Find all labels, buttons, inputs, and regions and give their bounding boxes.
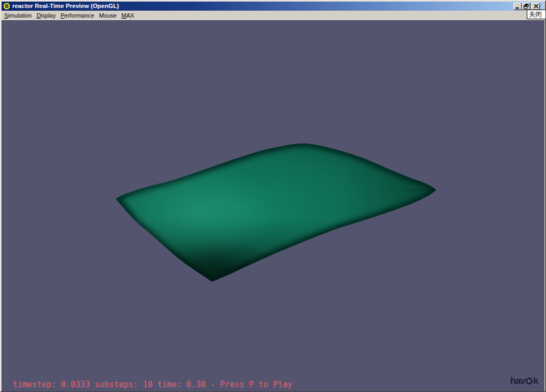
simulation-status-text: timestep: 0.0333 substeps: 10 time: 0.30… (13, 380, 292, 389)
minimize-icon (515, 4, 520, 9)
menu-display[interactable]: Display (36, 11, 58, 20)
reactor-preview-window: reactor Real-Time Preview (OpenGL) (0, 0, 546, 392)
menu-max[interactable]: MAX (121, 11, 136, 20)
menu-simulation[interactable]: Simulation (4, 11, 34, 20)
havok-logo: havk (510, 377, 540, 387)
menu-performance[interactable]: Performance (60, 11, 96, 20)
opengl-viewport[interactable]: timestep: 0.0333 substeps: 10 time: 0.30… (2, 20, 544, 391)
restore-button[interactable] (522, 3, 531, 10)
close-icon (534, 4, 539, 9)
window-title: reactor Real-Time Preview (OpenGL) (12, 2, 513, 11)
restore-icon (524, 4, 529, 9)
window-controls (513, 3, 540, 10)
minimize-button[interactable] (513, 3, 522, 10)
gear-o-icon (526, 378, 533, 385)
close-tooltip: 关闭 (527, 10, 546, 19)
reactor-icon[interactable] (3, 3, 10, 10)
titlebar[interactable]: reactor Real-Time Preview (OpenGL) (2, 2, 544, 11)
close-button[interactable] (532, 3, 540, 10)
havok-wordmark: havk (510, 377, 540, 385)
menubar: Simulation Display Performance Mouse MAX (2, 11, 544, 20)
menu-mouse[interactable]: Mouse (99, 11, 118, 20)
cloth-pillow-object (2, 21, 544, 391)
